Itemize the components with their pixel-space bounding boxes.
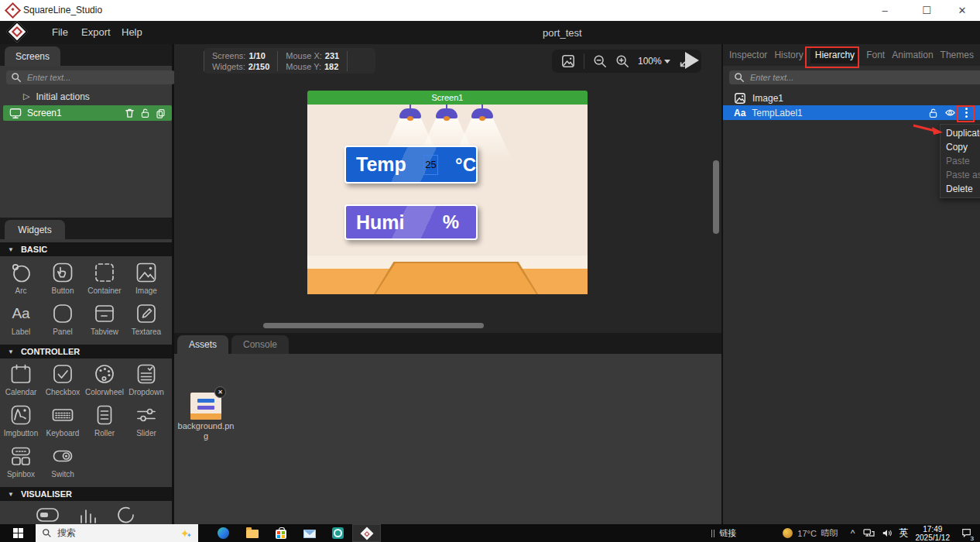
links-toolbar-label[interactable]: 链接: [719, 527, 736, 539]
screens-search[interactable]: [6, 70, 175, 84]
taskbar-media-icon[interactable]: [324, 524, 352, 542]
bar-icon[interactable]: [36, 505, 60, 524]
taskbar-clock[interactable]: 17:49 2025/1/12: [916, 525, 951, 542]
hierarchy-search-input[interactable]: [749, 72, 978, 83]
action-center-icon[interactable]: 3: [961, 527, 972, 540]
menu-duplicate[interactable]: Duplicate: [941, 126, 980, 140]
temp-value-selected[interactable]: 25: [423, 155, 438, 175]
tab-screens[interactable]: Screens: [5, 46, 60, 66]
image-icon: [135, 261, 158, 284]
chart-icon[interactable]: [77, 505, 99, 524]
widget-image[interactable]: Image: [125, 259, 167, 295]
duplicate-screen-icon[interactable]: [156, 108, 166, 118]
widget-dropdown[interactable]: Dropdown: [125, 360, 167, 396]
search-icon: [11, 72, 22, 83]
section-visualiser[interactable]: ▼ VISUALISER: [0, 487, 172, 501]
widget-imgbutton[interactable]: Imgbutton: [0, 401, 42, 437]
volume-icon[interactable]: [882, 528, 893, 538]
hierarchy-item-image1[interactable]: Image1: [723, 91, 980, 105]
zoom-level-select[interactable]: 100%: [638, 56, 670, 67]
colorwheel-icon: [93, 362, 116, 386]
unlock-icon[interactable]: [928, 108, 938, 118]
menu-file[interactable]: File: [52, 26, 68, 38]
taskbar-edge-icon[interactable]: [209, 524, 238, 542]
minimize-button[interactable]: –: [867, 0, 903, 20]
asset-remove-icon[interactable]: ✕: [214, 386, 226, 398]
network-icon[interactable]: [863, 528, 875, 538]
widget-arc[interactable]: Arc: [0, 259, 42, 295]
section-basic[interactable]: ▼ BASIC: [0, 242, 172, 256]
delete-screen-icon[interactable]: [125, 108, 135, 118]
tab-console[interactable]: Console: [231, 335, 289, 354]
taskbar-explorer-icon[interactable]: [238, 524, 266, 542]
sun-icon: [783, 528, 793, 538]
menu-copy[interactable]: Copy: [941, 140, 980, 154]
menu-export[interactable]: Export: [81, 26, 111, 38]
screen-header[interactable]: Screen1: [307, 91, 588, 105]
eye-icon[interactable]: [944, 108, 956, 118]
widget-panel[interactable]: Panel: [42, 300, 84, 336]
keyboard-icon: [51, 403, 74, 427]
widget-colorwheel[interactable]: Colorwheel: [84, 360, 125, 396]
screens-search-input[interactable]: [26, 72, 170, 83]
taskbar-mail-icon[interactable]: [295, 524, 324, 542]
initial-actions-row[interactable]: ▷ Initial actions: [0, 89, 172, 104]
screen-list-item[interactable]: Screen1: [3, 105, 172, 121]
zoom-out-icon[interactable]: [593, 54, 607, 68]
start-button[interactable]: [0, 524, 36, 542]
play-button[interactable]: [685, 52, 699, 69]
tab-assets[interactable]: Assets: [177, 335, 228, 354]
maximize-button[interactable]: ☐: [909, 0, 944, 20]
mouse-y-label: Mouse Y:: [286, 62, 321, 71]
tab-animation[interactable]: Animation: [892, 50, 933, 60]
widget-button[interactable]: Button: [42, 259, 84, 295]
tab-widgets[interactable]: Widgets: [5, 220, 65, 239]
section-controller[interactable]: ▼ CONTROLLER: [0, 345, 172, 358]
copilot-spark-icon[interactable]: ✦✦: [180, 527, 192, 540]
widget-label-widget[interactable]: Aa Label: [0, 300, 42, 336]
widget-checkbox[interactable]: Checkbox: [42, 360, 84, 396]
hierarchy-item-templabel1[interactable]: Aa TempLabel1: [723, 105, 980, 120]
taskbar-search[interactable]: 搜索 ✦✦: [36, 524, 198, 542]
widget-tabview[interactable]: Tabview: [84, 300, 125, 336]
horizontal-scrollbar[interactable]: [263, 323, 484, 328]
temp-label: Temp: [356, 153, 406, 176]
collapse-arrow-icon: ▼: [8, 348, 14, 355]
hierarchy-search[interactable]: [729, 70, 980, 84]
menu-paste: Paste: [941, 154, 980, 168]
widget-switch[interactable]: Switch: [42, 442, 84, 479]
vertical-scrollbar[interactable]: [713, 160, 719, 234]
widget-keyboard[interactable]: Keyboard: [42, 401, 84, 437]
taskbar-squareline-icon[interactable]: [352, 524, 381, 542]
spinner-icon[interactable]: [116, 505, 136, 524]
temp-unit: °C: [455, 154, 476, 176]
tab-history[interactable]: History: [774, 50, 803, 60]
humi-panel[interactable]: Humi %: [344, 204, 478, 240]
background-image-icon[interactable]: [561, 54, 575, 68]
widget-container[interactable]: Container: [84, 259, 125, 295]
show-hidden-icons-chevron[interactable]: ^: [851, 528, 855, 539]
tab-font[interactable]: Font: [866, 50, 885, 60]
weather-widget[interactable]: 17°C 晴朗: [783, 527, 838, 539]
menu-help[interactable]: Help: [122, 26, 142, 38]
tab-inspector[interactable]: Inspector: [729, 50, 767, 60]
unlock-icon[interactable]: [140, 108, 150, 118]
ime-language-indicator[interactable]: 英: [899, 527, 909, 540]
taskbar-store-icon[interactable]: [266, 524, 295, 542]
close-button[interactable]: ✕: [944, 0, 980, 20]
hierarchy-context-menu: Duplicate Copy Paste Paste as c Delete: [940, 124, 980, 198]
widget-textarea[interactable]: Textarea: [125, 300, 167, 336]
widget-roller[interactable]: Roller: [84, 401, 125, 437]
widget-label: Image: [135, 286, 157, 295]
search-icon: [42, 528, 52, 538]
design-canvas[interactable]: Temp 25 °C Humi %: [307, 105, 588, 294]
tab-themes[interactable]: Themes: [941, 50, 974, 60]
panel-icon: [51, 302, 74, 325]
zoom-in-icon[interactable]: [615, 54, 629, 68]
temp-panel[interactable]: Temp 25 °C: [344, 146, 478, 184]
widget-slider[interactable]: Slider: [125, 401, 167, 437]
widget-spinbox[interactable]: Spinbox: [0, 442, 42, 479]
menu-delete[interactable]: Delete: [941, 182, 980, 196]
label-aa-icon: Aa: [734, 108, 745, 118]
widget-calendar[interactable]: Calendar: [0, 360, 42, 396]
